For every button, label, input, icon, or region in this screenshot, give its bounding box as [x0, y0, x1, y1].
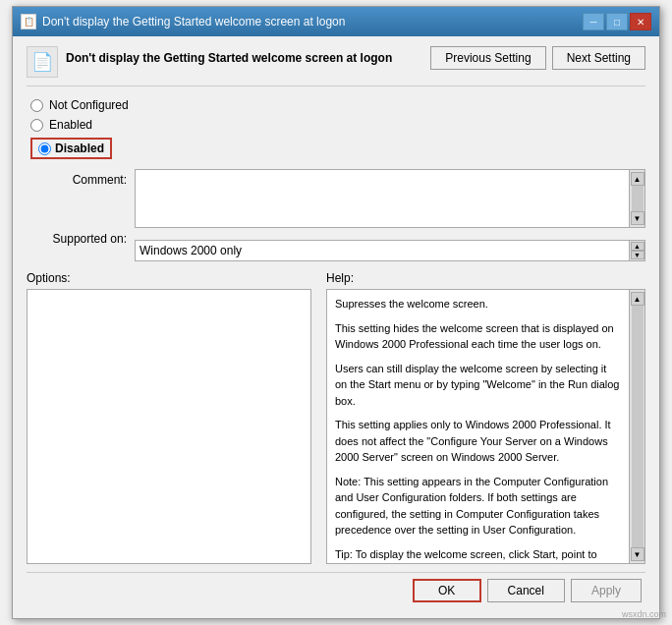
- policy-icon: 📄: [27, 46, 58, 78]
- field-labels: Comment: Supported on:: [27, 169, 135, 261]
- supported-scroll-up[interactable]: ▲: [631, 242, 644, 251]
- help-scroll-track: [632, 306, 644, 547]
- options-col: Options:: [27, 271, 326, 564]
- comment-textarea[interactable]: [136, 170, 629, 227]
- help-col: Help: Supresses the welcome screen. This…: [326, 271, 645, 564]
- title-bar-buttons: ─ □ ✕: [583, 13, 651, 30]
- options-help-section: Options: Help: Supresses the welcome scr…: [27, 271, 645, 564]
- supported-row: Windows 2000 only ▲ ▼: [135, 240, 645, 261]
- help-scroll-up[interactable]: ▲: [631, 292, 644, 306]
- scroll-down-arrow[interactable]: ▼: [631, 211, 644, 225]
- maximize-button[interactable]: □: [606, 13, 628, 30]
- supported-value: Windows 2000 only: [135, 240, 630, 261]
- not-configured-label: Not Configured: [49, 98, 129, 112]
- ok-button[interactable]: OK: [413, 579, 481, 602]
- comment-scrollbar: ▲ ▼: [629, 170, 644, 227]
- title-bar: 📋 Don't display the Getting Started welc…: [13, 7, 659, 36]
- not-configured-option[interactable]: Not Configured: [30, 98, 645, 112]
- enabled-option[interactable]: Enabled: [30, 118, 645, 132]
- previous-setting-button[interactable]: Previous Setting: [430, 46, 545, 70]
- footer-section: OK Cancel Apply: [27, 572, 645, 608]
- header-section: 📄 Don't display the Getting Started welc…: [27, 46, 645, 86]
- help-para-2: This setting hides the welcome screen th…: [335, 320, 621, 353]
- apply-button[interactable]: Apply: [571, 579, 642, 602]
- options-box: [27, 289, 311, 564]
- watermark: wsxdn.com: [622, 609, 666, 619]
- dialog-window: 📋 Don't display the Getting Started welc…: [12, 6, 660, 619]
- comment-box: ▲ ▼: [135, 169, 645, 228]
- supported-scrollbar: ▲ ▼: [630, 240, 645, 261]
- cancel-button[interactable]: Cancel: [487, 579, 565, 602]
- scroll-track: [632, 186, 644, 211]
- not-configured-radio[interactable]: [30, 99, 43, 112]
- next-setting-button[interactable]: Next Setting: [552, 46, 645, 70]
- title-bar-left: 📋 Don't display the Getting Started welc…: [21, 14, 345, 29]
- supported-scroll-down[interactable]: ▼: [631, 251, 644, 259]
- disabled-label: Disabled: [55, 142, 104, 155]
- disabled-border: Disabled: [30, 138, 112, 159]
- radio-section: Not Configured Enabled Disabled: [27, 98, 645, 159]
- minimize-button[interactable]: ─: [583, 13, 604, 30]
- policy-title: Don't display the Getting Started welcom…: [66, 46, 392, 67]
- disabled-option[interactable]: Disabled: [30, 138, 645, 159]
- comment-row: ▲ ▼: [135, 169, 645, 234]
- help-para-6: Tip: To display the welcome screen, clic…: [335, 546, 621, 564]
- title-text: Don't display the Getting Started welcom…: [42, 15, 345, 28]
- supported-label: Supported on:: [27, 230, 135, 246]
- dialog-content: 📄 Don't display the Getting Started welc…: [13, 36, 659, 618]
- help-box: Supresses the welcome screen. This setti…: [327, 290, 629, 563]
- options-title: Options:: [27, 271, 326, 285]
- header-buttons: Previous Setting Next Setting: [430, 46, 645, 70]
- help-para-3: Users can still display the welcome scre…: [335, 361, 621, 410]
- enabled-label: Enabled: [49, 118, 92, 132]
- comment-label: Comment:: [27, 169, 135, 187]
- header-left: 📄 Don't display the Getting Started welc…: [27, 46, 430, 78]
- window-icon: 📋: [21, 14, 36, 29]
- help-para-5: Note: This setting appears in the Comput…: [335, 474, 621, 539]
- help-box-wrapper: Supresses the welcome screen. This setti…: [326, 289, 645, 564]
- help-scroll-down[interactable]: ▼: [631, 547, 644, 561]
- field-inputs: ▲ ▼ Windows 2000 only ▲ ▼: [135, 169, 645, 261]
- help-para-4: This setting applies only to Windows 200…: [335, 417, 621, 466]
- enabled-radio[interactable]: [30, 119, 43, 132]
- help-scrollbar: ▲ ▼: [629, 290, 644, 563]
- help-title: Help:: [326, 271, 645, 285]
- close-button[interactable]: ✕: [630, 13, 651, 30]
- help-para-1: Supresses the welcome screen.: [335, 296, 621, 312]
- disabled-radio[interactable]: [38, 142, 51, 155]
- fields-section: Comment: Supported on: ▲ ▼: [27, 169, 645, 261]
- scroll-up-arrow[interactable]: ▲: [631, 172, 644, 186]
